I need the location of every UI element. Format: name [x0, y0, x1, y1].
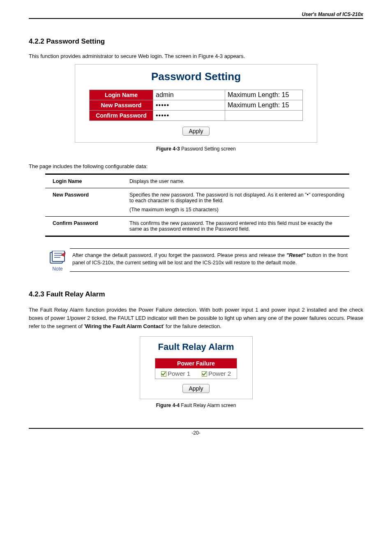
- fra-apply-button[interactable]: Apply: [182, 384, 209, 393]
- power1-label: Power 1: [168, 370, 190, 377]
- power2-checkbox[interactable]: [202, 371, 207, 377]
- fault-relay-screenshot: Fault Relay Alarm Power Failure Power 1 …: [140, 336, 253, 399]
- config-table: Login Name Displays the user name. New P…: [45, 173, 349, 237]
- confirm-password-input[interactable]: •••••: [156, 112, 169, 119]
- note-text: After change the default password, if yo…: [70, 248, 349, 272]
- note-text-1: After change the default password, if yo…: [72, 252, 286, 258]
- cfg-login-key: Login Name: [45, 174, 125, 188]
- fra-p1b: Wiring the Fault Alarm Contact: [85, 323, 163, 329]
- note-icon: Note: [45, 248, 70, 272]
- confirm-password-hint: [225, 111, 303, 121]
- power1-cell: Power 1: [155, 368, 196, 379]
- page-footer: -20-: [29, 428, 363, 436]
- login-name-label: Login Name: [90, 90, 153, 100]
- new-password-label: New Password: [90, 100, 153, 111]
- password-setting-screenshot: Password Setting Login Name Maximum Leng…: [75, 64, 317, 143]
- figure-4-3-caption: Figure 4-3 Password Setting screen: [29, 146, 363, 152]
- figure-4-3-number: Figure 4-3: [156, 146, 180, 152]
- password-intro: This function provides administrator to …: [29, 53, 363, 59]
- login-name-hint: Maximum Length: 15: [225, 90, 303, 100]
- note-label: Note: [52, 266, 62, 272]
- fra-title: Fault Relay Alarm: [146, 342, 247, 352]
- section-heading-password: 4.2.2 Password Setting: [29, 37, 363, 46]
- fra-table: Power Failure Power 1 Power 2: [155, 358, 237, 379]
- figure-4-4-caption: Figure 4-4 Fault Relay Alarm screen: [29, 402, 363, 408]
- svg-rect-1: [52, 251, 65, 261]
- cfg-confirm-key: Confirm Password: [45, 217, 125, 236]
- section-heading-fault-relay: 4.2.3 Fault Relay Alarm: [29, 290, 363, 298]
- screenshot-title: Password Setting: [83, 70, 309, 83]
- figure-4-3-text: Password Setting screen: [180, 146, 236, 152]
- confirm-password-label: Confirm Password: [90, 111, 153, 121]
- cfg-newpw-key: New Password: [45, 188, 125, 217]
- fault-relay-intro: The Fault Relay Alarm function provides …: [29, 306, 363, 331]
- power1-checkbox[interactable]: [161, 371, 166, 377]
- power2-label: Power 2: [208, 370, 231, 377]
- login-name-input[interactable]: [156, 91, 222, 99]
- config-intro: The page includes the following configur…: [29, 163, 363, 169]
- cfg-confirm-val: This confirms the new password. The pass…: [125, 217, 349, 236]
- fra-head: Power Failure: [155, 358, 237, 369]
- new-password-input[interactable]: •••••: [156, 102, 169, 109]
- page-header: User's Manual of ICS-210x: [29, 12, 363, 19]
- figure-4-4-number: Figure 4-4: [156, 402, 180, 408]
- cfg-newpw-line1: Specifies the new password. The password…: [129, 192, 345, 204]
- note-text-bold: "Reset": [286, 252, 305, 258]
- power2-cell: Power 2: [196, 368, 237, 379]
- new-password-hint: Maximum Length: 15: [225, 100, 303, 111]
- page-number: -20-: [191, 430, 200, 436]
- cfg-newpw-val: Specifies the new password. The password…: [125, 188, 349, 217]
- cfg-newpw-line2: (The maximum length is 15 characters): [129, 207, 345, 213]
- fra-p1c: ' for the failure detection.: [163, 323, 221, 329]
- manual-title: User's Manual of ICS-210x: [29, 12, 363, 17]
- note-block: Note After change the default password, …: [45, 248, 349, 272]
- cfg-login-val: Displays the user name.: [125, 174, 349, 188]
- password-form-table: Login Name Maximum Length: 15 New Passwo…: [89, 90, 303, 121]
- apply-button[interactable]: Apply: [182, 127, 209, 136]
- figure-4-4-text: Fault Relay Alarm screen: [180, 402, 236, 408]
